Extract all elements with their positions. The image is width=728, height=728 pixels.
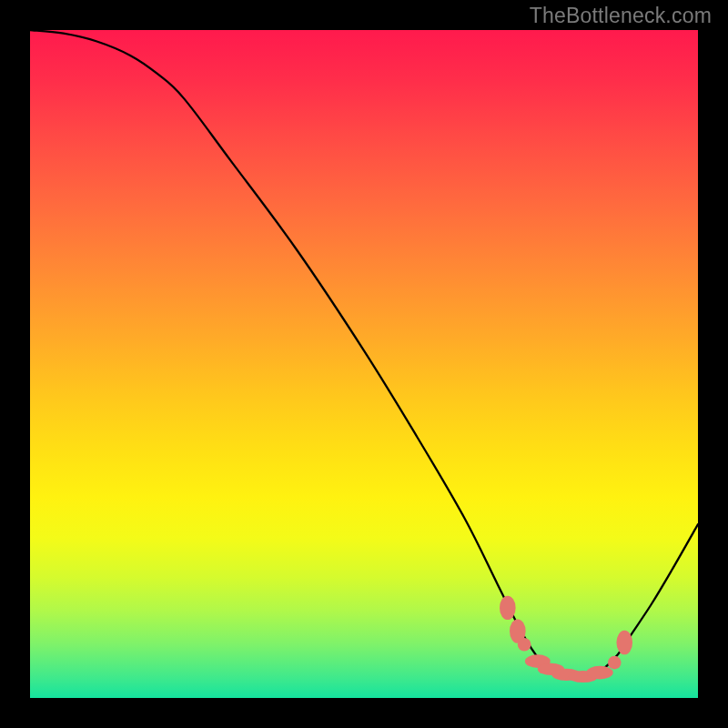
curve-marker bbox=[608, 656, 622, 670]
curve-line bbox=[30, 30, 698, 677]
curve-marker bbox=[586, 666, 612, 680]
curve-marker bbox=[518, 638, 531, 652]
curve-marker bbox=[500, 596, 516, 620]
watermark-text: TheBottleneck.com bbox=[530, 4, 712, 28]
chart-svg bbox=[30, 30, 698, 698]
curve-marker bbox=[616, 631, 632, 654]
chart-container: TheBottleneck.com bbox=[0, 0, 728, 728]
curve-markers bbox=[500, 596, 632, 682]
plot-area bbox=[30, 30, 698, 698]
